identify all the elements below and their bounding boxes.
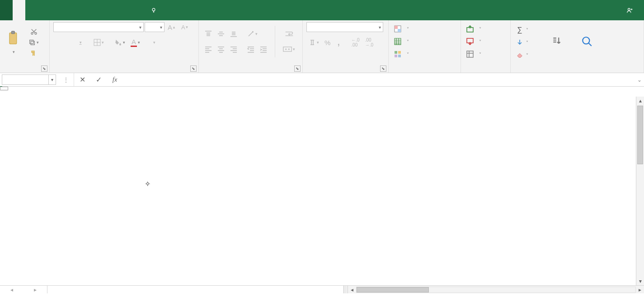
font-size-combo[interactable] <box>145 22 165 32</box>
formula-input[interactable] <box>123 73 635 86</box>
tab-home[interactable] <box>13 0 25 20</box>
worksheet-grid[interactable]: ✧ ▴ ▾ <box>0 87 644 285</box>
accounting-format-button[interactable]: ▾ <box>306 37 321 47</box>
tab-insert[interactable] <box>25 0 38 20</box>
autosum-button[interactable]: ∑ <box>514 25 530 35</box>
orientation-button[interactable]: ▾ <box>245 29 260 39</box>
format-as-table-button[interactable] <box>392 37 411 46</box>
merge-center-button[interactable]: ▾ <box>281 44 297 54</box>
tab-page-layout[interactable] <box>38 0 51 20</box>
insert-cells-icon <box>466 25 474 32</box>
font-color-button[interactable]: A▾ <box>128 37 142 47</box>
horizontal-scrollbar[interactable]: ◂ ▸ <box>348 286 644 293</box>
number-dialog-launcher[interactable]: ⬊ <box>380 65 386 72</box>
share-button[interactable] <box>626 0 636 20</box>
group-cells-label <box>461 63 510 73</box>
conditional-format-icon <box>394 25 401 32</box>
cells-format-button[interactable] <box>465 49 483 59</box>
find-select-button[interactable] <box>573 22 601 63</box>
cells-insert-button[interactable] <box>465 24 483 34</box>
align-top-button[interactable] <box>202 29 214 39</box>
decrease-font-button[interactable]: A▼ <box>179 22 191 32</box>
font-family-combo[interactable] <box>53 22 144 32</box>
svg-rect-9 <box>283 47 291 51</box>
percent-button[interactable]: % <box>322 37 333 47</box>
group-editing-label <box>511 65 644 73</box>
conditional-format-button[interactable] <box>392 24 411 34</box>
comma-button[interactable]: , <box>334 37 343 47</box>
group-editing: ∑ <box>511 20 644 73</box>
number-format-combo[interactable] <box>306 22 383 32</box>
align-middle-button[interactable] <box>215 29 227 39</box>
group-cells <box>461 20 511 73</box>
eraser-icon <box>516 51 523 59</box>
align-bottom-button[interactable] <box>228 29 240 39</box>
function-tooltip[interactable] <box>0 87 8 90</box>
svg-point-21 <box>583 37 589 44</box>
borders-button[interactable]: ▾ <box>91 37 106 47</box>
sort-filter-button[interactable] <box>544 22 571 63</box>
alignment-dialog-launcher[interactable]: ⬊ <box>294 65 301 72</box>
tab-help[interactable] <box>101 0 114 20</box>
underline-button[interactable]: ▾ <box>75 37 85 47</box>
tab-scroll-split[interactable] <box>343 286 348 293</box>
name-box-dropdown[interactable]: ▾ <box>48 75 56 84</box>
font-dialog-launcher[interactable]: ⬊ <box>190 65 197 72</box>
paste-button[interactable]: ▾ <box>4 22 24 63</box>
expand-formula-bar-button[interactable]: ⌄ <box>635 73 644 86</box>
format-painter-button[interactable] <box>26 48 41 58</box>
group-alignment-label: ⬊ <box>199 63 302 73</box>
cell-styles-button[interactable] <box>392 49 411 59</box>
sheet-nav-next[interactable]: ▸ <box>24 286 47 293</box>
formula-bar-divider: ⋮ <box>58 73 74 86</box>
svg-rect-3 <box>11 31 14 34</box>
vertical-scrollbar[interactable]: ▴ ▾ <box>636 97 644 285</box>
increase-indent-button[interactable] <box>258 44 269 54</box>
cancel-formula-button[interactable]: ✕ <box>74 73 90 86</box>
align-left-button[interactable] <box>202 44 214 54</box>
decrease-decimal-button[interactable]: .00→.0 <box>363 37 376 47</box>
increase-font-button[interactable]: A▲ <box>165 22 178 32</box>
cut-button[interactable] <box>26 27 41 37</box>
scroll-right-button[interactable]: ▸ <box>636 287 644 293</box>
tab-file[interactable] <box>0 0 13 20</box>
group-styles-label <box>389 63 461 73</box>
scroll-left-button[interactable]: ◂ <box>348 287 356 293</box>
group-number-label: ⬊ <box>303 63 388 73</box>
decrease-indent-button[interactable] <box>245 44 257 54</box>
italic-button[interactable] <box>64 37 74 47</box>
copy-button[interactable]: ▾ <box>26 37 41 47</box>
tab-data[interactable] <box>63 0 76 20</box>
horizontal-scroll-thumb[interactable] <box>357 287 429 292</box>
group-clipboard-label: ⬊ <box>0 65 49 73</box>
scroll-down-button[interactable]: ▾ <box>636 277 644 285</box>
scroll-up-button[interactable]: ▴ <box>636 97 644 105</box>
fill-button[interactable] <box>514 37 530 47</box>
clear-button[interactable] <box>514 50 530 60</box>
tab-pdf-tools[interactable] <box>114 0 127 20</box>
group-number: ▾ % , ←.0.00 .00→.0 ⬊ <box>303 20 389 73</box>
clipboard-dialog-launcher[interactable]: ⬊ <box>41 65 47 72</box>
tab-pdfelement[interactable] <box>127 0 139 20</box>
insert-function-button[interactable]: fx <box>107 73 123 86</box>
bold-button[interactable] <box>53 37 63 47</box>
tell-me-search[interactable] <box>150 0 161 20</box>
align-center-button[interactable] <box>215 44 227 54</box>
fill-color-button[interactable]: ▾ <box>113 37 127 47</box>
phonetic-button[interactable]: ▾ <box>149 37 159 47</box>
cells-delete-button[interactable] <box>465 37 483 46</box>
enter-formula-button[interactable]: ✓ <box>90 73 107 86</box>
increase-decimal-button[interactable]: ←.0.00 <box>349 37 362 47</box>
vertical-scroll-thumb[interactable] <box>637 106 643 164</box>
tab-review[interactable] <box>76 0 89 20</box>
wrap-text-button[interactable] <box>281 29 297 39</box>
svg-rect-6 <box>31 41 34 45</box>
align-right-button[interactable] <box>228 44 240 54</box>
svg-point-0 <box>152 8 155 11</box>
tab-formulas[interactable] <box>51 0 63 20</box>
name-box[interactable]: ▾ <box>2 74 56 85</box>
tab-view[interactable] <box>89 0 101 20</box>
svg-rect-20 <box>467 51 473 57</box>
group-font: A▲ A▼ ▾ ▾ ▾ A▾ ▾ ⬊ <box>50 20 199 73</box>
sheet-nav-prev[interactable]: ◂ <box>0 286 24 293</box>
